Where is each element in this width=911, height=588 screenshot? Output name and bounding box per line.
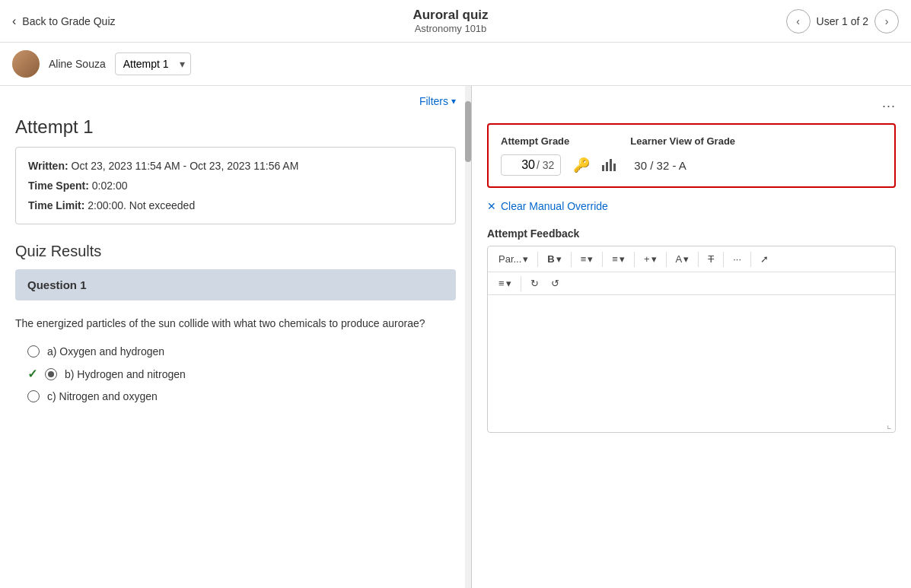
time-limit-label: Time Limit: [28, 199, 84, 211]
written-value: Oct 23, 2023 11:54 AM - Oct 23, 2023 11:… [72, 160, 299, 172]
toolbar-more-icon: ··· [733, 253, 741, 265]
back-arrow-icon: ‹ [12, 14, 16, 28]
bold-chevron: ▾ [556, 253, 562, 265]
list-button[interactable]: ≡ ▾ [607, 251, 629, 267]
quiz-results-heading: Quiz Results [0, 237, 471, 269]
filters-button[interactable]: Filters ▾ [419, 95, 456, 107]
feedback-label: Attempt Feedback [487, 227, 896, 240]
question-text: The energized particles of the sun colli… [0, 310, 471, 341]
editor-toolbar-row2: ≡ ▾ ↻ ↺ [488, 272, 895, 295]
answer-a-label: a) Oxygen and hydrogen [47, 345, 164, 358]
indent-button[interactable]: ≡ ▾ [494, 275, 516, 291]
radio-c-icon [27, 390, 40, 402]
toolbar-sep-6 [698, 252, 699, 267]
grade-input[interactable] [508, 158, 535, 172]
insert-chevron: ▾ [651, 253, 657, 265]
question-header: Question 1 [15, 269, 456, 300]
back-label: Back to Grade Quiz [22, 15, 115, 27]
answer-c-label: c) Nitrogen and oxygen [47, 390, 158, 402]
eraser-button[interactable]: T [703, 251, 718, 267]
time-limit-line: Time Limit: 2:00:00. Not exceeded [28, 199, 443, 211]
attempt-select[interactable]: Attempt 1 Attempt 2 [115, 52, 191, 75]
answer-option-b: ✓ b) Hydrogen and nitrogen [0, 362, 471, 386]
clear-manual-override-button[interactable]: ✕ Clear Manual Override [487, 197, 608, 215]
expand-icon: ➚ [760, 253, 769, 265]
quiz-title: Auroral quiz [412, 8, 488, 23]
attempt-info-box: Written: Oct 23, 2023 11:54 AM - Oct 23,… [15, 147, 456, 224]
quiz-title-block: Auroral quiz Astronomy 101b [412, 8, 488, 34]
back-to-grade-quiz-button[interactable]: ‹ Back to Grade Quiz [12, 14, 116, 28]
key-icon[interactable]: 🔑 [573, 157, 590, 173]
answer-option-c: c) Nitrogen and oxygen [0, 386, 471, 407]
grade-box: Attempt Grade Learner View of Grade / 32… [487, 123, 896, 188]
insert-button[interactable]: + ▾ [639, 251, 661, 267]
indent-chevron: ▾ [506, 278, 511, 289]
filters-bar: Filters ▾ [0, 86, 471, 113]
more-options-icon: ··· [882, 98, 896, 113]
align-button[interactable]: ≡ ▾ [576, 251, 598, 267]
learner-view-label: Learner View of Grade [630, 135, 735, 147]
list-icon: ≡ [612, 253, 618, 265]
left-panel: Filters ▾ Attempt 1 Written: Oct 23, 202… [0, 86, 472, 588]
bold-button[interactable]: B ▾ [543, 251, 565, 267]
resize-handle: ⌞ [887, 418, 892, 431]
font-icon: A [676, 253, 683, 265]
scroll-thumb[interactable] [465, 101, 471, 162]
editor-toolbar-row1: Par... ▾ B ▾ ≡ ▾ ≡ ▾ [488, 246, 895, 272]
toolbar-sep-4 [634, 252, 635, 267]
user-avatar [12, 50, 40, 78]
undo-button[interactable]: ↻ [526, 275, 543, 291]
insert-icon: + [644, 253, 650, 265]
redo-button[interactable]: ↺ [546, 275, 564, 291]
toolbar-sep-7 [723, 252, 724, 267]
paragraph-chevron-icon: ▾ [523, 253, 528, 265]
user-bar: Aline Souza Attempt 1 Attempt 2 [0, 43, 911, 86]
redo-icon: ↺ [551, 278, 559, 289]
expand-button[interactable]: ➚ [756, 251, 773, 267]
toolbar-sep-3 [602, 252, 603, 267]
filters-chevron-icon: ▾ [451, 96, 456, 106]
time-limit-value: 2:00:00. Not exceeded [88, 199, 195, 211]
toolbar-more-button[interactable]: ··· [728, 251, 746, 267]
more-options-button[interactable]: ··· [882, 98, 896, 114]
learner-grade: 30 / 32 - A [634, 159, 686, 172]
written-line: Written: Oct 23, 2023 11:54 AM - Oct 23,… [28, 160, 443, 172]
grade-values: / 32 🔑 30 / 32 - A [501, 154, 882, 176]
time-spent-line: Time Spent: 0:02:00 [28, 180, 443, 192]
user-name: Aline Souza [49, 58, 106, 70]
bold-icon: B [547, 253, 554, 265]
grade-box-labels: Attempt Grade Learner View of Grade [501, 135, 882, 147]
font-button[interactable]: A ▾ [671, 251, 694, 267]
list-chevron: ▾ [620, 253, 625, 265]
undo-icon: ↻ [530, 278, 539, 289]
written-label: Written: [28, 160, 68, 172]
align-icon: ≡ [581, 253, 587, 265]
align-chevron: ▾ [588, 253, 593, 265]
paragraph-label: Par... [499, 253, 521, 265]
paragraph-dropdown-button[interactable]: Par... ▾ [494, 251, 533, 267]
clear-x-icon: ✕ [487, 200, 496, 212]
header: ‹ Back to Grade Quiz Auroral quiz Astron… [0, 0, 911, 43]
bars-icon[interactable] [602, 159, 616, 171]
checkmark-icon: ✓ [27, 367, 37, 381]
main-content: Filters ▾ Attempt 1 Written: Oct 23, 202… [0, 86, 911, 588]
header-nav: ‹ User 1 of 2 › [786, 9, 899, 33]
toolbar-sep-9 [521, 276, 521, 291]
grade-input-wrapper: / 32 [501, 154, 561, 176]
attempt-grade-label: Attempt Grade [501, 135, 569, 147]
attempt-heading: Attempt 1 [0, 113, 471, 147]
editor-body[interactable]: ⌞ [488, 295, 895, 432]
eraser-icon: T [708, 253, 714, 265]
grade-total: / 32 [537, 159, 554, 171]
scroll-track [465, 86, 471, 588]
prev-user-button[interactable]: ‹ [786, 9, 811, 33]
radio-a-icon [27, 345, 40, 358]
user-counter: User 1 of 2 [817, 15, 868, 27]
clear-override-label: Clear Manual Override [501, 200, 608, 212]
answer-b-label: b) Hydrogen and nitrogen [65, 368, 186, 380]
attempt-select-wrapper: Attempt 1 Attempt 2 [115, 52, 191, 75]
answer-option-a: a) Oxygen and hydrogen [0, 341, 471, 362]
next-user-button[interactable]: › [874, 9, 899, 33]
toolbar-sep-8 [750, 252, 751, 267]
radio-b-icon [45, 368, 57, 380]
